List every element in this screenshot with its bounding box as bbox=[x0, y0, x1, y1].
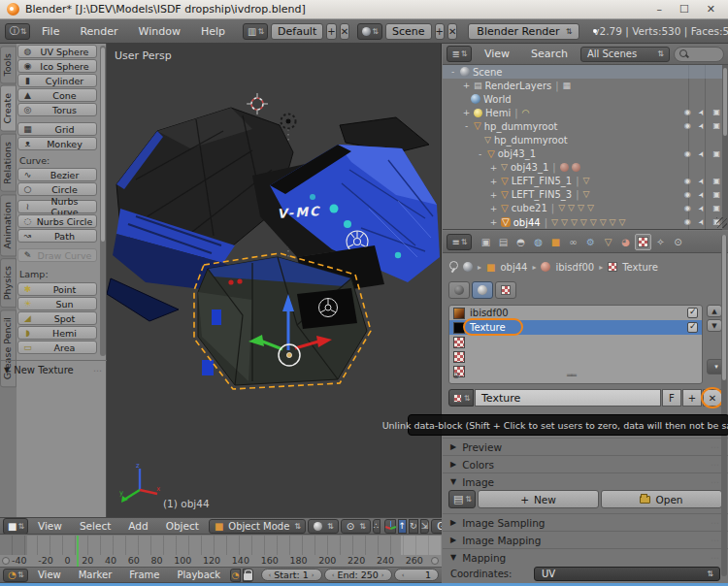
texture-context-material-button[interactable] bbox=[472, 281, 493, 299]
panel-mapping[interactable]: ▼Mapping⋯ bbox=[443, 548, 728, 566]
tab-relations[interactable]: Relations bbox=[0, 134, 17, 192]
tab-modifiers[interactable] bbox=[582, 234, 599, 250]
menu-view[interactable]: View bbox=[30, 520, 70, 532]
screen-layout-field[interactable]: Default bbox=[271, 23, 323, 40]
selectable-pointer-icon[interactable]: ➤ bbox=[697, 217, 707, 226]
texture-context-world-button[interactable] bbox=[448, 281, 470, 299]
outliner-row-hp-dummyroot-data[interactable]: ▽ hp_dummyroot bbox=[443, 133, 728, 146]
close-button[interactable]: ✕ bbox=[707, 3, 715, 16]
tab-create[interactable]: Create bbox=[0, 85, 17, 132]
selectable-pointer-icon[interactable]: ➤ bbox=[697, 149, 707, 158]
expand-toggle[interactable]: - bbox=[448, 67, 457, 77]
pin-icon[interactable] bbox=[448, 261, 458, 273]
panel-image-mapping[interactable]: ▶Image Mapping⋯ bbox=[443, 531, 728, 548]
manipulate-center-points-button[interactable]: ∴ bbox=[373, 519, 381, 534]
tab-render-layers[interactable] bbox=[495, 234, 512, 250]
texture-slot-empty[interactable] bbox=[449, 335, 702, 349]
outliner-row-left-fin5-1[interactable]: + ▽ LEFT_FIN5_1 | ▽ ◉➤▣ bbox=[443, 175, 728, 188]
breadcrumb-material[interactable]: ibisdf00 bbox=[555, 262, 594, 273]
expand-toggle[interactable]: + bbox=[489, 204, 498, 213]
add-ico-sphere-button[interactable]: Ico Sphere bbox=[17, 59, 97, 73]
pivot-dropdown[interactable]: ⊙⇅ bbox=[341, 519, 371, 534]
add-path-button[interactable]: Path bbox=[17, 229, 97, 243]
texture-context-other-button[interactable] bbox=[495, 281, 516, 299]
menu-marker[interactable]: Marker bbox=[71, 570, 120, 580]
new-texture-panel-header[interactable]: ▼ New Texture ⋯ bbox=[4, 365, 103, 375]
visibility-eye-icon[interactable]: ◉ bbox=[684, 150, 691, 158]
outliner-search-input[interactable] bbox=[674, 47, 724, 62]
tab-world[interactable] bbox=[530, 234, 546, 250]
tab-object-data[interactable] bbox=[600, 234, 616, 250]
tab-scene[interactable] bbox=[513, 234, 529, 250]
renderable-camera-icon[interactable]: ▣ bbox=[712, 122, 720, 130]
slot-enable-checkbox[interactable] bbox=[687, 308, 698, 318]
menu-file[interactable]: File bbox=[33, 23, 68, 40]
orientation-dropdown[interactable]: Global⇅ bbox=[431, 519, 442, 534]
image-open-button[interactable]: Open bbox=[601, 490, 722, 508]
menu-add[interactable]: Add bbox=[120, 520, 155, 532]
visibility-eye-icon[interactable]: ◉ bbox=[684, 205, 691, 212]
manipulator-rotate-button[interactable]: ↻ bbox=[409, 519, 418, 534]
panel-image-sampling[interactable]: ▶Image Sampling⋯ bbox=[443, 513, 728, 531]
menu-object[interactable]: Object bbox=[158, 520, 207, 532]
tab-tools[interactable]: Tools bbox=[0, 46, 17, 83]
add-cylinder-button[interactable]: Cylinder bbox=[17, 74, 97, 87]
menu-search[interactable]: Search bbox=[522, 46, 577, 62]
outliner-row-hp-dummyroot[interactable]: - ▽ hp_dummyroot ◉➤▣ bbox=[443, 119, 728, 133]
menu-window[interactable]: Window bbox=[130, 23, 189, 40]
texture-name-field[interactable]: Texture bbox=[475, 389, 661, 407]
coordinates-dropdown[interactable]: UV⇅ bbox=[534, 567, 720, 581]
expand-toggle[interactable]: + bbox=[489, 163, 498, 173]
tab-particles[interactable] bbox=[652, 234, 669, 250]
area-resize-grip[interactable] bbox=[716, 217, 727, 228]
texture-slot-row[interactable]: ibisdf00 bbox=[449, 306, 702, 320]
add-slot-icon[interactable]: ⊕ bbox=[452, 371, 460, 380]
add-bezier-button[interactable]: Bezier bbox=[17, 168, 97, 181]
panel-preview[interactable]: ▶Preview⋯ bbox=[443, 438, 728, 455]
fake-user-button[interactable]: F bbox=[662, 389, 681, 407]
viewport-3d[interactable]: User Persp bbox=[107, 44, 442, 517]
end-frame-field[interactable]: ‹End:250› bbox=[324, 569, 392, 581]
selectable-pointer-icon[interactable]: ➤ bbox=[697, 177, 707, 185]
panel-colors[interactable]: ▶Colors⋯ bbox=[443, 455, 728, 472]
outliner-row-obj43-1[interactable]: - ▽ obj43_1 ◉➤▣ bbox=[443, 147, 728, 161]
menu-view[interactable]: View bbox=[30, 570, 69, 580]
renderable-camera-icon[interactable]: ▣ bbox=[712, 205, 720, 212]
texture-slot-empty[interactable] bbox=[449, 349, 702, 364]
tab-material[interactable] bbox=[617, 234, 634, 250]
manipulator-scale-button[interactable]: ⇲ bbox=[420, 519, 430, 534]
slot-enable-checkbox[interactable] bbox=[687, 322, 698, 333]
tab-constraints[interactable] bbox=[565, 234, 581, 250]
visibility-eye-icon[interactable]: ◉ bbox=[684, 178, 691, 185]
add-point-lamp-button[interactable]: Point bbox=[17, 282, 97, 296]
breadcrumb-texture[interactable]: Texture bbox=[622, 262, 658, 273]
timeline-ruler[interactable]: -40 -20 0 20 40 60 80 100 120 140 160 18… bbox=[0, 536, 442, 568]
outliner-scrollbar[interactable] bbox=[722, 65, 728, 230]
scroller-handle-right[interactable] bbox=[431, 557, 439, 565]
current-frame-field[interactable]: ‹1 bbox=[394, 569, 439, 581]
texture-slot-empty[interactable] bbox=[449, 364, 702, 378]
maximize-button[interactable]: ☐ bbox=[679, 3, 689, 16]
expand-toggle[interactable]: - bbox=[476, 149, 484, 159]
texture-browse-button[interactable]: ⇅ bbox=[448, 389, 474, 407]
renderable-camera-icon[interactable]: ▣ bbox=[712, 191, 720, 199]
new-texture-button[interactable]: + bbox=[682, 389, 702, 407]
breadcrumb-object[interactable]: obj44 bbox=[500, 262, 527, 273]
outliner-row-obj44[interactable]: + ▽ obj44 | ▽▽▽▽▽▽▽▽ ◉➤▣ bbox=[443, 215, 728, 229]
add-hemi-lamp-button[interactable]: Hemi bbox=[17, 326, 97, 340]
selectable-pointer-icon[interactable]: ➤ bbox=[697, 109, 707, 117]
unlink-texture-button[interactable]: ✕ bbox=[703, 389, 722, 407]
editor-type-selector[interactable]: ◔⇅ bbox=[3, 569, 28, 582]
visibility-eye-icon[interactable]: ◉ bbox=[684, 109, 691, 116]
renderable-camera-icon[interactable]: ▣ bbox=[712, 150, 720, 158]
add-layout-button[interactable]: + bbox=[326, 23, 336, 40]
add-monkey-button[interactable]: Monkey bbox=[17, 137, 97, 150]
outliner-row-left-fin5-3[interactable]: + ▽ LEFT_FIN5_3 | ▽ ◉➤▣ bbox=[443, 188, 728, 202]
add-uv-sphere-button[interactable]: UV Sphere bbox=[17, 45, 97, 58]
add-circle-button[interactable]: Circle bbox=[17, 182, 97, 196]
tab-animation[interactable]: Animation bbox=[0, 194, 17, 256]
editor-type-selector[interactable]: ≡⇅ bbox=[447, 234, 472, 250]
menu-help[interactable]: Help bbox=[192, 23, 234, 40]
outliner-row-scene[interactable]: - Scene bbox=[443, 65, 728, 79]
menu-select[interactable]: Select bbox=[72, 520, 118, 532]
